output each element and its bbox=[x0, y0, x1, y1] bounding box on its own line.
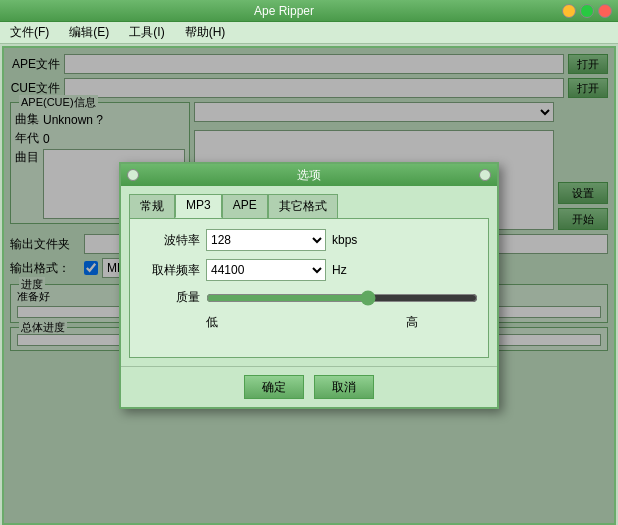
quality-slider[interactable] bbox=[206, 290, 478, 306]
modal-left-icons bbox=[127, 169, 139, 181]
modal-left-icon bbox=[127, 169, 139, 181]
quality-label: 质量 bbox=[140, 289, 200, 306]
tab-content-mp3: 波特率 64 96 128 160 192 256 320 kbps bbox=[129, 218, 489, 358]
bitrate-row: 波特率 64 96 128 160 192 256 320 kbps bbox=[140, 229, 478, 251]
app-title: Ape Ripper bbox=[6, 4, 562, 18]
quality-labels: 低 高 bbox=[140, 314, 478, 331]
modal-right-icons bbox=[479, 169, 491, 181]
menu-help[interactable]: 帮助(H) bbox=[179, 22, 232, 43]
modal-right-icon bbox=[479, 169, 491, 181]
window-controls bbox=[562, 4, 612, 18]
bitrate-unit: kbps bbox=[332, 233, 357, 247]
menu-file[interactable]: 文件(F) bbox=[4, 22, 55, 43]
quality-high-label: 高 bbox=[406, 314, 418, 331]
close-button[interactable] bbox=[598, 4, 612, 18]
bitrate-label: 波特率 bbox=[140, 232, 200, 249]
samplerate-row: 取样频率 22050 44100 48000 Hz bbox=[140, 259, 478, 281]
tab-normal[interactable]: 常规 bbox=[129, 194, 175, 218]
tab-ape[interactable]: APE bbox=[222, 194, 268, 218]
maximize-button[interactable] bbox=[580, 4, 594, 18]
menu-edit[interactable]: 编辑(E) bbox=[63, 22, 115, 43]
tab-mp3[interactable]: MP3 bbox=[175, 194, 222, 218]
modal-title: 选项 bbox=[139, 167, 479, 184]
cancel-button[interactable]: 取消 bbox=[314, 375, 374, 399]
title-bar: Ape Ripper bbox=[0, 0, 618, 22]
menu-bar: 文件(F) 编辑(E) 工具(I) 帮助(H) bbox=[0, 22, 618, 44]
modal-tabs: 常规 MP3 APE 其它格式 bbox=[129, 194, 489, 218]
modal-overlay: 选项 常规 MP3 APE 其它格式 波特率 bbox=[4, 48, 614, 523]
samplerate-label: 取样频率 bbox=[140, 262, 200, 279]
quality-low-label: 低 bbox=[206, 314, 218, 331]
quality-row: 质量 bbox=[140, 289, 478, 306]
bitrate-select[interactable]: 64 96 128 160 192 256 320 bbox=[206, 229, 326, 251]
modal-body: 常规 MP3 APE 其它格式 波特率 64 96 128 160 bbox=[121, 186, 497, 366]
samplerate-select[interactable]: 22050 44100 48000 bbox=[206, 259, 326, 281]
options-modal: 选项 常规 MP3 APE 其它格式 波特率 bbox=[119, 162, 499, 409]
modal-title-bar: 选项 bbox=[121, 164, 497, 186]
tab-other[interactable]: 其它格式 bbox=[268, 194, 338, 218]
modal-footer: 确定 取消 bbox=[121, 366, 497, 407]
samplerate-unit: Hz bbox=[332, 263, 347, 277]
menu-tools[interactable]: 工具(I) bbox=[123, 22, 170, 43]
minimize-button[interactable] bbox=[562, 4, 576, 18]
main-window: APE文件 打开 CUE文件 打开 APE(CUE)信息 曲集 Unknown … bbox=[2, 46, 616, 525]
confirm-button[interactable]: 确定 bbox=[244, 375, 304, 399]
